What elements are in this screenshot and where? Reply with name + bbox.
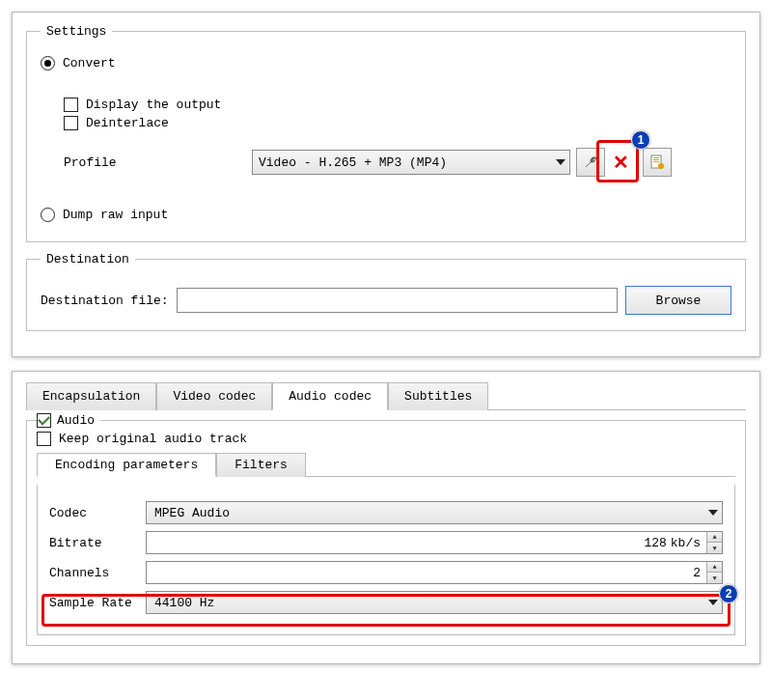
channels-value: 2 (693, 566, 706, 580)
chevron-down-icon (708, 600, 718, 605)
codec-tabs: Encapsulation Video codec Audio codec Su… (26, 381, 746, 410)
delete-profile-button[interactable]: ✕ (613, 151, 629, 174)
channels-spin-buttons[interactable]: ▲▼ (706, 562, 722, 583)
browse-button[interactable]: Browse (625, 286, 731, 315)
keep-original-row[interactable]: Keep original audio track (37, 432, 735, 446)
audio-group-label: Audio (57, 413, 95, 428)
codec-value: MPEG Audio (154, 506, 230, 520)
deinterlace-row[interactable]: Deinterlace (64, 116, 731, 130)
sample-rate-value: 44100 Hz (154, 596, 214, 610)
convert-radio-row[interactable]: Convert (41, 56, 731, 70)
tab-subtitles[interactable]: Subtitles (388, 382, 488, 410)
svg-point-4 (658, 163, 664, 169)
sample-rate-label: Sample Rate (49, 596, 146, 610)
settings-panel: Settings Convert Display the output Dein… (12, 12, 760, 357)
profile-select[interactable]: Video - H.265 + MP3 (MP4) (252, 150, 570, 175)
channels-row: Channels 2 ▲▼ (49, 561, 723, 584)
sample-rate-select[interactable]: 44100 Hz (146, 591, 723, 614)
edit-profile-button[interactable] (576, 148, 605, 177)
dump-raw-label: Dump raw input (63, 208, 168, 222)
new-profile-button[interactable] (643, 148, 672, 177)
dump-raw-row[interactable]: Dump raw input (41, 208, 731, 222)
bitrate-label: Bitrate (49, 536, 146, 550)
annotation-callout-1: 1 (631, 130, 650, 150)
chevron-down-icon (556, 159, 565, 165)
encoding-parameters-body: Codec MPEG Audio Bitrate 128 kb/s ▲▼ Cha… (37, 485, 735, 635)
codec-settings-panel: Encapsulation Video codec Audio codec Su… (12, 371, 760, 664)
codec-select[interactable]: MPEG Audio (146, 501, 723, 524)
display-output-row[interactable]: Display the output (64, 98, 731, 112)
display-output-checkbox[interactable] (64, 98, 78, 112)
tab-audio-codec[interactable]: Audio codec (272, 382, 388, 410)
audio-checkbox[interactable] (37, 413, 51, 428)
subtab-encoding-parameters[interactable]: Encoding parameters (37, 453, 216, 477)
profile-row: Profile Video - H.265 + MP3 (MP4) ✕ (64, 148, 731, 177)
display-output-label: Display the output (86, 98, 221, 112)
sample-rate-row: Sample Rate 44100 Hz (49, 591, 723, 614)
settings-fieldset: Settings Convert Display the output Dein… (26, 24, 746, 242)
codec-label: Codec (49, 506, 146, 520)
tab-video-codec[interactable]: Video codec (156, 382, 272, 410)
bitrate-unit: kb/s (671, 536, 706, 550)
keep-original-label: Keep original audio track (59, 432, 247, 446)
bitrate-spin-buttons[interactable]: ▲▼ (706, 532, 722, 553)
bitrate-value: 128 (644, 536, 670, 550)
deinterlace-checkbox[interactable] (64, 116, 78, 130)
bitrate-row: Bitrate 128 kb/s ▲▼ (49, 531, 723, 554)
destination-fieldset: Destination Destination file: Browse (26, 252, 746, 331)
convert-radio[interactable] (41, 56, 55, 70)
subtab-filters[interactable]: Filters (216, 453, 306, 477)
channels-label: Channels (49, 566, 146, 580)
tab-encapsulation[interactable]: Encapsulation (26, 382, 156, 410)
audio-group-header[interactable]: Audio (37, 413, 100, 428)
settings-legend: Settings (41, 24, 112, 39)
destination-file-input[interactable] (177, 288, 618, 313)
profile-label: Profile (64, 155, 252, 170)
wrench-icon (583, 154, 598, 170)
profile-value: Video - H.265 + MP3 (MP4) (259, 155, 447, 170)
svg-rect-2 (653, 159, 659, 160)
destination-file-label: Destination file: (41, 294, 169, 308)
chevron-down-icon (708, 510, 718, 516)
svg-rect-1 (653, 157, 659, 158)
destination-legend: Destination (41, 252, 135, 266)
keep-original-checkbox[interactable] (37, 432, 51, 446)
channels-spinner[interactable]: 2 ▲▼ (146, 561, 723, 584)
audio-group: Audio Keep original audio track Encoding… (26, 420, 746, 646)
convert-label: Convert (63, 56, 116, 70)
dump-raw-radio[interactable] (41, 208, 55, 222)
bitrate-spinner[interactable]: 128 kb/s ▲▼ (146, 531, 723, 554)
new-profile-icon (649, 154, 665, 170)
browse-label: Browse (656, 294, 702, 308)
codec-row: Codec MPEG Audio (49, 501, 723, 524)
deinterlace-label: Deinterlace (86, 116, 169, 130)
encoding-subtabs: Encoding parameters Filters (37, 452, 735, 477)
svg-rect-3 (653, 161, 659, 162)
